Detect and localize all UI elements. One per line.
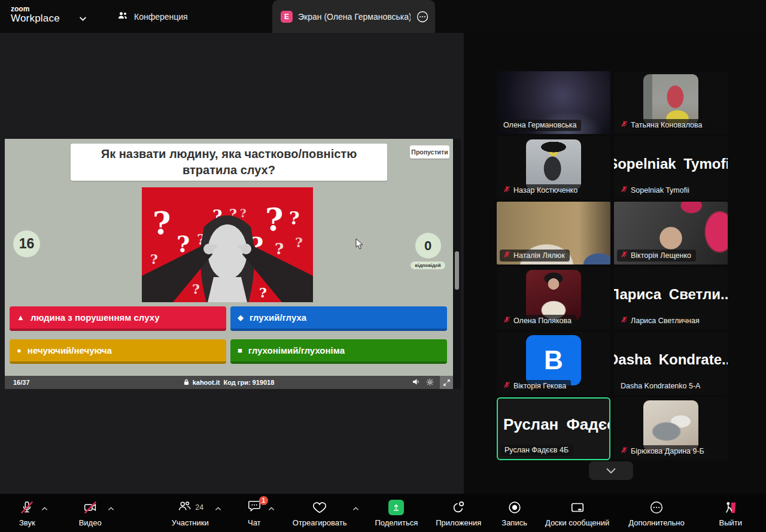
svg-text:?: ? [275, 240, 284, 258]
leave-icon [723, 499, 738, 516]
answers-count-label: відповідей [411, 262, 445, 269]
svg-text:?: ? [259, 285, 267, 300]
avatar [526, 270, 581, 320]
mouse-cursor [355, 238, 363, 250]
answer-yellow-circle[interactable]: ● нечуючий/нечуюча [10, 339, 226, 364]
answer-blue-diamond[interactable]: ◆ глухий/глуха [230, 306, 447, 331]
participant-tile[interactable]: Sopelniak Tymofii Sopelniak Tymofii [614, 136, 728, 199]
participant-tile[interactable]: Бірюкова Дарина 9-Б [614, 397, 728, 460]
answer-red-triangle[interactable]: ▲ людина з порушенням слуху [10, 306, 226, 331]
quiz-timer: 16 [13, 230, 40, 257]
svg-text:?: ? [240, 207, 247, 220]
reactions-button[interactable]: Отреагировать [291, 499, 348, 527]
participant-tile[interactable]: Татьяна Коновалова [614, 71, 728, 134]
meeting-toolbar: Звук Видео 24 Участники [0, 494, 766, 532]
participant-name: Олена Полякова [513, 317, 572, 325]
participant-gallery: Олена Германовська Татьяна Коновалова На… [497, 71, 728, 460]
participant-tile[interactable]: Наталія Лялюк [497, 202, 610, 265]
logo-zoom-text: zoom [11, 5, 60, 13]
participants-options-chevron[interactable] [214, 505, 223, 512]
participant-name-tag: Вікторія Лещенко [617, 250, 696, 262]
participant-tile[interactable]: Назар Костюченко [497, 136, 610, 199]
audio-button[interactable]: Звук [18, 499, 37, 527]
record-label: Запись [501, 518, 527, 527]
audio-options-chevron[interactable] [40, 505, 49, 512]
participant-name-tag: Олена Полякова [500, 315, 576, 327]
chevron-down-icon[interactable] [79, 13, 87, 24]
tab-screen-share[interactable]: Е Экран (Олена Германовська) [272, 0, 435, 33]
screen-tab-badge: Е [281, 11, 293, 23]
participant-name-tag: Вікторія Гекова [500, 380, 571, 392]
chat-button[interactable]: 1 Чат [245, 499, 263, 527]
more-button[interactable]: Дополнительно [627, 499, 686, 527]
participant-name: Олена Германовська [503, 121, 576, 129]
reactions-options-chevron[interactable] [351, 505, 360, 512]
gear-icon[interactable] [426, 378, 434, 387]
participant-tile[interactable]: Олена Германовська [497, 71, 610, 134]
share-screen-button[interactable]: Поделиться [373, 499, 419, 527]
participant-tile[interactable]: Dasha Kondrate... Dasha Kondratenko 5-A [614, 332, 728, 395]
muted-mic-icon [621, 316, 628, 325]
participant-tile[interactable]: В Вікторія Гекова [497, 332, 610, 395]
participant-name: Sopelniak Tymofii [631, 186, 689, 194]
answer-options: ▲ людина з порушенням слуху ◆ глухий/глу… [10, 306, 447, 364]
skip-button[interactable]: Пропустити [410, 145, 449, 159]
kahoot-site: kahoot.it [193, 379, 220, 386]
logo-workplace-text: Workplace [11, 13, 60, 24]
participant-name: Бірюкова Дарина 9-Б [631, 447, 704, 455]
whiteboard-icon [570, 499, 585, 516]
fullscreen-icon[interactable] [440, 376, 453, 389]
video-button[interactable]: Видео [78, 499, 103, 527]
mic-muted-icon [19, 499, 35, 516]
more-icon [649, 499, 664, 516]
reactions-label: Отреагировать [293, 518, 347, 527]
participant-name: Вікторія Лещенко [631, 251, 691, 260]
participant-name: Вікторія Гекова [513, 382, 566, 390]
lock-icon [184, 379, 189, 387]
participant-name-tag: Наталія Лялюк [500, 250, 570, 262]
muted-mic-icon [621, 120, 628, 129]
participant-name: Руслан Фадєєв 4Б [504, 446, 569, 454]
answer-text: людина з порушенням слуху [31, 312, 160, 323]
video-label: Видео [79, 518, 102, 527]
top-bar: zoom Workplace Конференция Е Экран (Олен… [0, 0, 766, 33]
muted-mic-icon [503, 316, 510, 325]
record-button[interactable]: Запись [500, 499, 528, 527]
apps-button[interactable]: Приложения [434, 499, 482, 527]
muted-mic-icon [621, 186, 628, 194]
quiz-question-text: Як назвати людину, яка частково/повністю… [86, 146, 372, 178]
tab-options-icon[interactable] [416, 10, 429, 23]
avatar [643, 400, 698, 451]
svg-text:?: ? [289, 208, 300, 229]
svg-text:?: ? [192, 281, 200, 297]
chat-options-chevron[interactable] [267, 505, 276, 512]
share-scrollbar-thumb[interactable] [455, 251, 459, 290]
participant-name-tag: Назар Костюченко [500, 184, 582, 196]
answers-counter: 0 відповідей [408, 233, 448, 269]
participant-name-tag: Руслан Фадєєв 4Б [501, 445, 573, 456]
video-options-chevron[interactable] [107, 505, 115, 512]
participant-tile[interactable]: Вікторія Лещенко [614, 202, 728, 265]
participant-big-name: Dasha Kondrate... [614, 332, 728, 387]
chat-unread-badge: 1 [259, 496, 268, 505]
answer-text: нечуючий/нечуюча [28, 345, 112, 355]
participants-button[interactable]: 24 Участники [171, 499, 210, 527]
triangle-icon: ▲ [17, 314, 25, 321]
leave-label: Выйти [719, 518, 743, 527]
square-icon: ■ [238, 346, 242, 354]
muted-mic-icon [621, 251, 628, 260]
participant-tile-active-speaker[interactable]: Руслан Фадєєв... Руслан Фадєєв 4Б [497, 397, 610, 460]
game-pin-bar: kahoot.it Код гри: 919018 [5, 379, 453, 387]
participant-name: Лариса Светличная [631, 317, 700, 325]
participant-tile[interactable]: Олена Полякова [497, 267, 610, 330]
answer-green-square[interactable]: ■ глухонімий/глухоніма [230, 339, 447, 364]
participant-tile[interactable]: Лариса Светли... Лариса Светличная [614, 267, 728, 330]
tab-conference[interactable]: Конференция [111, 0, 194, 33]
gallery-collapse-button[interactable] [589, 461, 633, 480]
conference-tab-label: Конференция [134, 12, 188, 22]
whiteboards-button[interactable]: Доски сообщений [544, 499, 610, 527]
speaker-icon[interactable] [412, 378, 420, 387]
people-icon [117, 10, 129, 23]
leave-button[interactable]: Выйти [718, 499, 744, 527]
muted-mic-icon [621, 446, 628, 455]
